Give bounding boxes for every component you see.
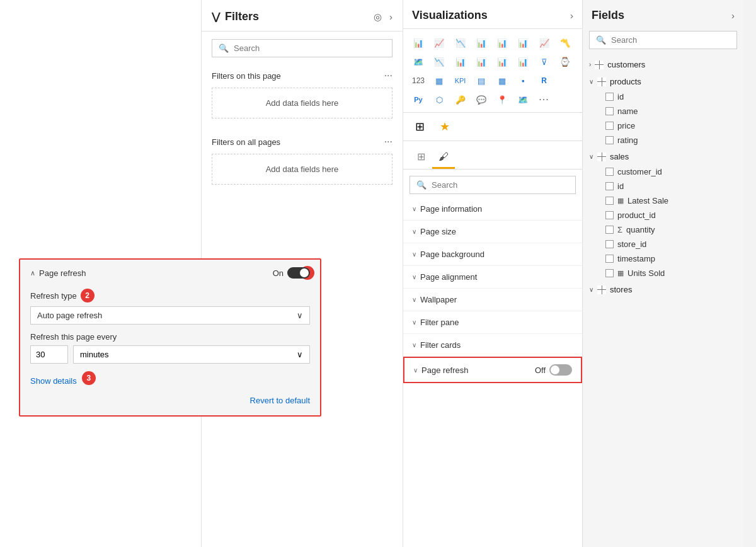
tree-item-products-id[interactable]: id bbox=[583, 89, 743, 104]
viz-header: Visualizations › bbox=[403, 0, 582, 29]
interval-unit-dropdown[interactable]: minutes ∨ bbox=[73, 345, 310, 364]
viz-icon-multirow-card[interactable]: ▦ bbox=[430, 72, 448, 89]
tree-item-products-rating[interactable]: rating bbox=[583, 133, 743, 147]
viz-icon-line-clustered[interactable]: 📉 bbox=[430, 53, 448, 71]
sigma-icon-quantity: Σ bbox=[617, 225, 622, 234]
viz-icon-gauge[interactable]: ⌚ bbox=[556, 53, 574, 71]
viz-icon-decomp-tree[interactable]: ⬡ bbox=[430, 91, 448, 108]
add-fields-on-page-box[interactable]: Add data fields here bbox=[212, 88, 392, 118]
tree-item-products-price[interactable]: price bbox=[583, 118, 743, 133]
fields-search-box[interactable]: 🔍 bbox=[589, 31, 737, 49]
viz-icon-smart-narrative[interactable]: 📍 bbox=[493, 91, 511, 108]
format-section-filter-cards[interactable]: ∨ Filter cards bbox=[403, 334, 582, 357]
show-details-link[interactable]: Show details bbox=[30, 376, 77, 386]
expand-icon[interactable]: › bbox=[389, 11, 392, 22]
fields-tree: › customers ∨ products id bbox=[583, 54, 743, 547]
viz-icon-arcgis[interactable]: 🗺️ bbox=[514, 91, 532, 108]
tree-group-sales-header[interactable]: ∨ sales bbox=[583, 149, 743, 164]
format-section-filter-pane[interactable]: ∨ Filter pane bbox=[403, 311, 582, 334]
viz-marketplace-icon[interactable]: ⊞ bbox=[410, 117, 430, 137]
checkbox-products-name[interactable] bbox=[605, 107, 614, 115]
tree-chevron-sales-icon: ∨ bbox=[589, 153, 593, 160]
checkbox-sales-id[interactable] bbox=[605, 182, 614, 190]
tree-item-sales-latest-sale[interactable]: ▦ Latest Sale bbox=[583, 193, 743, 208]
format-section-page-background[interactable]: ∨ Page background bbox=[403, 243, 582, 266]
viz-tab-format[interactable]: 🖌 bbox=[432, 146, 455, 169]
viz-icon-column-stacked[interactable]: 📊 bbox=[493, 34, 511, 52]
viz-icon-scatter[interactable]: 📊 bbox=[472, 53, 490, 71]
tree-group-stores-header[interactable]: ∨ stores bbox=[583, 282, 743, 297]
checkbox-sales-units-sold[interactable] bbox=[605, 269, 614, 277]
checkbox-sales-quantity[interactable] bbox=[605, 226, 614, 234]
interval-number-input[interactable] bbox=[30, 345, 68, 364]
viz-tab-fields[interactable]: ⊞ bbox=[410, 146, 432, 169]
checkbox-products-price[interactable] bbox=[605, 122, 614, 130]
fields-search-input[interactable] bbox=[611, 35, 730, 45]
format-section-page-refresh[interactable]: ∨ Page refresh Off bbox=[403, 357, 582, 383]
refresh-type-dropdown[interactable]: Auto page refresh ∨ bbox=[30, 306, 310, 325]
viz-icon-combo[interactable]: 📊 bbox=[452, 53, 469, 71]
viz-icon-column-100[interactable]: 📊 bbox=[514, 34, 532, 52]
format-section-wallpaper[interactable]: ∨ Wallpaper bbox=[403, 289, 582, 311]
tree-group-customers-header[interactable]: › customers bbox=[583, 57, 743, 72]
tree-item-sales-store-id[interactable]: store_id bbox=[583, 237, 743, 251]
viz-icon-column-clustered[interactable]: 📊 bbox=[472, 34, 490, 52]
viz-icon-more[interactable]: ··· bbox=[536, 91, 553, 108]
checkbox-products-rating[interactable] bbox=[605, 136, 614, 144]
checkbox-products-id[interactable] bbox=[605, 93, 614, 101]
filters-on-page-menu-icon[interactable]: ··· bbox=[384, 70, 392, 81]
add-fields-on-all-pages-box[interactable]: Add data fields here bbox=[212, 154, 392, 185]
viz-format-search-box[interactable]: 🔍 bbox=[410, 176, 576, 194]
viz-icon-line[interactable]: 📈 bbox=[536, 34, 553, 52]
viz-icon-bar-clustered[interactable]: 📊 bbox=[410, 34, 427, 52]
filters-search-box[interactable]: 🔍 bbox=[212, 39, 392, 57]
section-chevron-icon: ∨ bbox=[412, 205, 416, 212]
viz-icon-map[interactable]: 🗺️ bbox=[410, 53, 427, 71]
tree-group-products-header[interactable]: ∨ products bbox=[583, 74, 743, 89]
checkbox-sales-product-id[interactable] bbox=[605, 211, 614, 219]
tree-item-sales-customer-id[interactable]: customer_id bbox=[583, 164, 743, 179]
filters-on-all-pages-menu-icon[interactable]: ··· bbox=[384, 136, 392, 147]
toggle-on-container[interactable]: On bbox=[273, 267, 310, 279]
revert-to-default-button[interactable]: Revert to default bbox=[30, 396, 310, 405]
viz-icon-treemap[interactable]: ▪ bbox=[514, 72, 532, 89]
viz-icon-ribbon[interactable]: 📊 bbox=[514, 53, 532, 71]
viz-icon-waterfall[interactable]: 📊 bbox=[493, 53, 511, 71]
viz-icon-funnel[interactable]: ⊽ bbox=[536, 53, 553, 71]
tree-item-products-name[interactable]: name bbox=[583, 104, 743, 118]
tree-item-sales-product-id[interactable]: product_id bbox=[583, 208, 743, 222]
viz-icon-bar-100[interactable]: 📉 bbox=[452, 34, 469, 52]
checkbox-sales-customer-id[interactable] bbox=[605, 168, 614, 176]
checkbox-sales-store-id[interactable] bbox=[605, 240, 614, 248]
checkbox-sales-latest-sale[interactable] bbox=[605, 197, 614, 205]
tree-item-sales-units-sold[interactable]: ▦ Units Sold bbox=[583, 266, 743, 280]
eye-icon[interactable]: ◎ bbox=[374, 11, 382, 23]
tree-item-sales-quantity[interactable]: Σ quantity bbox=[583, 222, 743, 237]
viz-favorites-icon[interactable]: ★ bbox=[435, 117, 455, 137]
viz-expand-icon[interactable]: › bbox=[570, 10, 573, 21]
viz-icon-area[interactable]: 〽️ bbox=[556, 34, 574, 52]
checkbox-sales-timestamp[interactable] bbox=[605, 255, 614, 263]
viz-icon-table[interactable]: ▤ bbox=[472, 72, 490, 89]
format-section-page-information[interactable]: ∨ Page information bbox=[403, 198, 582, 221]
calc-icon-latest-sale: ▦ bbox=[617, 197, 624, 205]
fields-expand-icon[interactable]: › bbox=[731, 10, 735, 21]
format-section-page-size[interactable]: ∨ Page size bbox=[403, 221, 582, 243]
viz-icon-kpi[interactable]: KPI bbox=[452, 72, 469, 89]
viz-search-input[interactable] bbox=[432, 180, 569, 190]
viz-icon-qa[interactable]: 💬 bbox=[472, 91, 490, 108]
viz-icon-bar-stacked[interactable]: 📈 bbox=[430, 34, 448, 52]
tree-item-sales-timestamp[interactable]: timestamp bbox=[583, 251, 743, 266]
format-section-page-alignment[interactable]: ∨ Page alignment bbox=[403, 266, 582, 289]
viz-icon-r-visual[interactable]: R bbox=[536, 72, 553, 89]
viz-icon-python[interactable]: Py bbox=[410, 91, 427, 108]
viz-icon-key-influencers[interactable]: 🔑 bbox=[452, 91, 469, 108]
viz-icon-matrix[interactable]: ▦ bbox=[493, 72, 511, 89]
page-refresh-viz-toggle[interactable] bbox=[549, 364, 572, 376]
filters-search-input[interactable] bbox=[234, 43, 386, 53]
tree-group-sales: ∨ sales customer_id id ▦ Latest Sale bbox=[583, 149, 743, 280]
tree-item-sales-id[interactable]: id bbox=[583, 179, 743, 193]
toggle-switch-on[interactable] bbox=[287, 267, 310, 279]
viz-icon-card[interactable]: 123 bbox=[410, 72, 427, 89]
collapse-chevron-icon[interactable]: ∧ bbox=[30, 269, 35, 277]
